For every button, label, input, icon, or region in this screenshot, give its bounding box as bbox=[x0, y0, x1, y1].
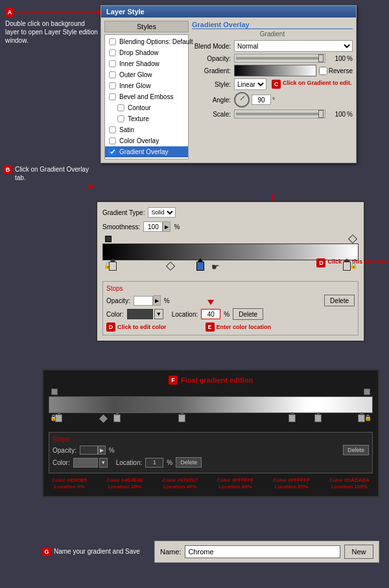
smoothness-percent: % bbox=[174, 223, 180, 231]
scale-slider[interactable] bbox=[234, 109, 325, 119]
checkbox-gradient-overlay[interactable] bbox=[109, 148, 115, 155]
color-dropdown-btn[interactable]: ▼ bbox=[154, 309, 163, 319]
panel-title: Layer Style bbox=[101, 6, 356, 17]
color-stop-label: Color: bbox=[106, 311, 124, 318]
annotation-d-area-text: Click on this area to add color stops. bbox=[327, 258, 389, 266]
style-item-texture[interactable]: Texture bbox=[105, 113, 188, 124]
smoothness-up-btn[interactable]: ▶ bbox=[163, 221, 171, 232]
final-color-swatch[interactable] bbox=[73, 458, 98, 468]
style-select[interactable]: Linear bbox=[234, 78, 266, 90]
style-item-inner-shadow[interactable]: Inner Shadow bbox=[105, 58, 188, 69]
reverse-input[interactable] bbox=[319, 67, 327, 75]
angle-widget[interactable] bbox=[234, 92, 250, 107]
blend-mode-row: Blend Mode: Normal bbox=[192, 40, 353, 52]
final-gradient-bar[interactable] bbox=[49, 396, 373, 413]
style-item-contour[interactable]: Contour bbox=[105, 102, 188, 113]
checkbox-satin[interactable] bbox=[109, 126, 115, 133]
checkbox-inner-glow[interactable] bbox=[109, 82, 115, 89]
final-handle-80[interactable] bbox=[289, 414, 296, 422]
style-item-gradient-overlay[interactable]: Gradient Overlay bbox=[105, 146, 188, 157]
name-label: Name: bbox=[160, 548, 181, 556]
annotation-g-text: Name your gradient and Save bbox=[54, 547, 140, 556]
badge-f: F bbox=[169, 376, 178, 385]
section-f-title-text: Final gradient edition bbox=[181, 376, 253, 384]
style-item-color-overlay[interactable]: Color Overlay bbox=[105, 135, 188, 146]
final-diamond[interactable] bbox=[99, 414, 108, 423]
styles-list: Styles Blending Options: Default Drop Sh… bbox=[104, 21, 189, 159]
badge-d-color: D bbox=[106, 322, 115, 332]
final-delete-btn[interactable]: Delete bbox=[176, 457, 202, 468]
angle-label: Angle: bbox=[192, 96, 231, 104]
opacity-slider[interactable] bbox=[234, 54, 325, 63]
final-handle-40[interactable] bbox=[178, 414, 185, 422]
diamond-handle[interactable] bbox=[166, 262, 175, 271]
final-lock-right: 🔒 bbox=[364, 414, 371, 421]
final-location-input[interactable] bbox=[145, 458, 163, 468]
style-item-bevel[interactable]: Bevel and Emboss bbox=[105, 91, 188, 102]
bottom-handle-mid[interactable] bbox=[196, 262, 204, 271]
annotation-d-color-text: Click to edit color bbox=[117, 324, 167, 330]
blend-mode-label: Blend Mode: bbox=[192, 43, 231, 50]
final-delete-opacity-btn[interactable]: Delete bbox=[343, 445, 369, 455]
annotation-a-text: Double click on background layer to open… bbox=[5, 19, 99, 45]
checkbox-color-overlay[interactable] bbox=[109, 137, 115, 144]
checkbox-inner-shadow[interactable] bbox=[109, 60, 115, 67]
final-handle-85[interactable] bbox=[314, 414, 322, 422]
final-color-row: Color: ▼ Location: % Delete bbox=[53, 457, 369, 468]
final-location-label: Location: bbox=[116, 459, 143, 466]
checkbox-texture[interactable] bbox=[117, 115, 124, 122]
final-handle-0[interactable] bbox=[55, 414, 62, 422]
final-color-dropdown[interactable]: ▼ bbox=[99, 458, 108, 468]
checkbox-drop-shadow[interactable] bbox=[109, 49, 115, 56]
delete-opacity-btn[interactable]: Delete bbox=[324, 295, 355, 306]
top-handle-right[interactable] bbox=[348, 234, 357, 243]
stop-ann-100: Color #DADADALocation 100% bbox=[329, 477, 370, 491]
gradient-editor-panel: Gradient Type: Solid Smoothness: ▶ % 🔒 bbox=[96, 201, 365, 342]
final-opacity-input[interactable] bbox=[80, 446, 98, 455]
style-item-blending[interactable]: Blending Options: Default bbox=[105, 36, 188, 47]
name-input[interactable] bbox=[185, 545, 340, 558]
bottom-handle-0[interactable] bbox=[109, 262, 117, 271]
stop-ann-40: Color #676767Location 40% bbox=[163, 477, 198, 491]
checkbox-bevel[interactable] bbox=[109, 93, 115, 100]
style-label: Style: bbox=[192, 81, 231, 88]
location-input[interactable] bbox=[201, 309, 220, 319]
blend-mode-select[interactable]: Normal bbox=[234, 40, 353, 52]
scale-thumb[interactable] bbox=[318, 110, 324, 118]
style-item-drop-shadow[interactable]: Drop Shadow bbox=[105, 47, 188, 58]
final-top-handle-left[interactable] bbox=[51, 389, 58, 395]
opacity-stop-btn[interactable]: ▶ bbox=[153, 295, 161, 306]
angle-input[interactable] bbox=[252, 95, 271, 105]
final-top-handle-right[interactable] bbox=[364, 389, 370, 395]
color-stop-annotations: Color #858585Location 0% Color #4E4E4ELo… bbox=[49, 477, 373, 491]
annotation-b-text: Click on Gradient Overlay tab. bbox=[15, 165, 94, 182]
style-item-inner-glow[interactable]: Inner Glow bbox=[105, 80, 188, 91]
name-save-panel: Name: New bbox=[154, 541, 379, 563]
badge-g: G bbox=[42, 547, 51, 556]
annotation-e: E Enter color location bbox=[206, 322, 272, 332]
opacity-stop-input[interactable] bbox=[134, 296, 153, 306]
checkbox-outer-glow[interactable] bbox=[109, 71, 115, 78]
opacity-thumb[interactable] bbox=[318, 54, 324, 62]
stop-ann-85: Color #FFFFFFLocation 85% bbox=[273, 477, 310, 491]
final-opacity-btn[interactable]: ▶ bbox=[98, 446, 106, 455]
checkbox-blending[interactable] bbox=[109, 38, 115, 45]
annotation-a: A Double click on background layer to op… bbox=[5, 8, 99, 45]
smoothness-input[interactable] bbox=[143, 221, 163, 232]
color-swatch[interactable] bbox=[127, 309, 153, 319]
top-handle-left[interactable] bbox=[105, 236, 112, 242]
annotation-c-text: Click on Gradient to edit. bbox=[283, 80, 352, 87]
style-item-satin[interactable]: Satin bbox=[105, 124, 188, 135]
checkbox-contour[interactable] bbox=[117, 104, 124, 111]
final-stops-section: Stops Opacity: ▶ % Delete Color: ▼ Locat… bbox=[49, 432, 373, 473]
final-bottom-handles: 🔒 🔒 bbox=[49, 414, 373, 429]
section-f-title: F Final gradient edition bbox=[49, 376, 373, 385]
gradient-type-select[interactable]: Solid bbox=[148, 207, 176, 218]
style-item-outer-glow[interactable]: Outer Glow bbox=[105, 69, 188, 80]
stop-ann-80: Color #FFFFFFLocation 80% bbox=[217, 477, 254, 491]
reverse-checkbox[interactable]: Reverse bbox=[319, 67, 353, 75]
gradient-preview[interactable] bbox=[234, 65, 316, 76]
new-button[interactable]: New bbox=[344, 545, 373, 559]
final-handle-20[interactable] bbox=[113, 414, 121, 422]
delete-color-btn[interactable]: Delete bbox=[233, 308, 263, 320]
